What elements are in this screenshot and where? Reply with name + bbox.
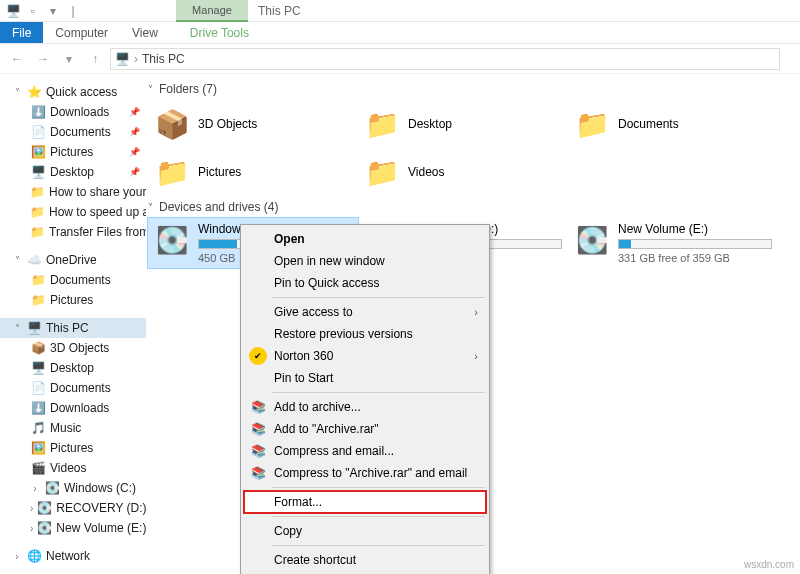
ctx-format[interactable]: Format... [244, 491, 486, 513]
pc-icon: 🖥️ [4, 2, 22, 20]
3d-icon: 📦 [154, 106, 190, 142]
nav-back-button[interactable]: ← [6, 48, 28, 70]
separator [272, 487, 485, 488]
3d-icon: 📦 [30, 340, 46, 356]
navitem-documents[interactable]: 📄Documents📌 [0, 122, 146, 142]
pc-icon: 🖥️ [115, 52, 130, 66]
navitem-drive-c[interactable]: ›💽Windows (C:) [0, 478, 146, 498]
ctx-create-shortcut[interactable]: Create shortcut [244, 549, 486, 571]
folder-3d-objects[interactable]: 📦3D Objects [148, 100, 358, 148]
ctx-copy[interactable]: Copy [244, 520, 486, 542]
ctx-add-archive[interactable]: 📚Add to archive... [244, 396, 486, 418]
folder-icon: 📁 [30, 184, 45, 200]
ctx-pin-quick-access[interactable]: Pin to Quick access [244, 272, 486, 294]
chevron-right-icon: › [474, 350, 478, 362]
folder-icon: 📁 [30, 224, 45, 240]
ribbon-tabs: File Computer View Drive Tools [0, 22, 800, 44]
qat-dropdown-icon[interactable]: ▾ [44, 2, 62, 20]
navitem-pictures[interactable]: 🖼️Pictures📌 [0, 142, 146, 162]
desktop-icon: 🖥️ [30, 360, 46, 376]
navitem-od-documents[interactable]: 📁Documents [0, 270, 146, 290]
tab-file[interactable]: File [0, 22, 43, 43]
navitem-od-pictures[interactable]: 📁Pictures [0, 290, 146, 310]
ctx-open[interactable]: Open [244, 228, 486, 250]
navitem-folder[interactable]: 📁Transfer Files from A [0, 222, 146, 242]
navitem-pictures2[interactable]: 🖼️Pictures [0, 438, 146, 458]
navitem-drive-e[interactable]: ›💽New Volume (E:) [0, 518, 146, 538]
folder-pictures[interactable]: 📁Pictures [148, 148, 358, 196]
nav-history-dropdown[interactable]: ▾ [58, 48, 80, 70]
navitem-downloads[interactable]: ⬇️Downloads📌 [0, 102, 146, 122]
window-title: This PC [248, 4, 301, 18]
downloads-icon: ⬇️ [30, 104, 46, 120]
address-path[interactable]: 🖥️ › This PC [110, 48, 780, 70]
ctx-compress-rar-email[interactable]: 📚Compress to "Archive.rar" and email [244, 462, 486, 484]
titlebar: 🖥️ ▫ ▾ | Manage This PC [0, 0, 800, 22]
separator [272, 392, 485, 393]
address-bar: ← → ▾ ↑ 🖥️ › This PC [0, 44, 800, 74]
tab-view[interactable]: View [120, 22, 170, 43]
downloads-icon: ⬇️ [30, 400, 46, 416]
ctx-open-new-window[interactable]: Open in new window [244, 250, 486, 272]
folder-icon: 📁 [574, 106, 610, 142]
navitem-quick-access[interactable]: ˅⭐Quick access [0, 82, 146, 102]
drive-e[interactable]: 💽 New Volume (E:) 331 GB free of 359 GB [568, 218, 778, 268]
nav-up-button[interactable]: ↑ [84, 48, 106, 70]
navitem-desktop[interactable]: 🖥️Desktop📌 [0, 162, 146, 182]
norton-icon: ✔ [249, 347, 267, 365]
ctx-norton[interactable]: ✔Norton 360› [244, 345, 486, 367]
navitem-folder[interactable]: 📁How to share your li [0, 182, 146, 202]
ctx-restore-previous[interactable]: Restore previous versions [244, 323, 486, 345]
tab-drive-tools[interactable]: Drive Tools [178, 22, 261, 43]
documents-icon: 📄 [30, 124, 46, 140]
documents-icon: 📄 [30, 380, 46, 396]
navitem-documents2[interactable]: 📄Documents [0, 378, 146, 398]
navitem-videos[interactable]: 🎬Videos [0, 458, 146, 478]
pin-icon: 📌 [129, 107, 140, 117]
ctx-compress-email[interactable]: 📚Compress and email... [244, 440, 486, 462]
chevron-down-icon: ˅ [148, 202, 153, 213]
tab-computer[interactable]: Computer [43, 22, 120, 43]
winrar-icon: 📚 [249, 464, 267, 482]
ctx-give-access-to[interactable]: Give access to› [244, 301, 486, 323]
navitem-folder[interactable]: 📁How to speed up a [0, 202, 146, 222]
qat-item-icon[interactable]: ▫ [24, 2, 42, 20]
folder-icon: 📁 [364, 154, 400, 190]
ctx-add-rar[interactable]: 📚Add to "Archive.rar" [244, 418, 486, 440]
folder-icon: 📁 [30, 204, 45, 220]
navitem-onedrive[interactable]: ˅☁️OneDrive [0, 250, 146, 270]
folder-documents[interactable]: 📁Documents [568, 100, 778, 148]
navigation-pane: ˅⭐Quick access ⬇️Downloads📌 📄Documents📌 … [0, 74, 146, 574]
separator [272, 297, 485, 298]
group-header-folders[interactable]: ˅Folders (7) [146, 78, 800, 100]
chevron-right-icon: › [474, 306, 478, 318]
folder-icon: 📁 [364, 106, 400, 142]
winrar-icon: 📚 [249, 420, 267, 438]
navitem-desktop2[interactable]: 🖥️Desktop [0, 358, 146, 378]
desktop-icon: 🖥️ [30, 164, 46, 180]
winrar-icon: 📚 [249, 398, 267, 416]
manage-tab[interactable]: Manage [176, 0, 248, 22]
folder-desktop[interactable]: 📁Desktop [358, 100, 568, 148]
pin-icon: 📌 [129, 127, 140, 137]
drive-icon: 💽 [44, 480, 60, 496]
nav-forward-button[interactable]: → [32, 48, 54, 70]
navitem-drive-d[interactable]: ›💽RECOVERY (D:) [0, 498, 146, 518]
ctx-pin-start[interactable]: Pin to Start [244, 367, 486, 389]
folder-icon: 📁 [154, 154, 190, 190]
chevron-right-icon: › [134, 52, 138, 66]
navitem-downloads2[interactable]: ⬇️Downloads [0, 398, 146, 418]
navitem-network[interactable]: ›🌐Network [0, 546, 146, 566]
drive-free: 331 GB free of 359 GB [618, 252, 772, 264]
group-header-drives[interactable]: ˅Devices and drives (4) [146, 196, 800, 218]
navitem-3d-objects[interactable]: 📦3D Objects [0, 338, 146, 358]
drive-name: New Volume (E:) [618, 222, 772, 236]
drive-usage-bar [618, 239, 772, 249]
qat-separator: | [64, 2, 82, 20]
context-menu: Open Open in new window Pin to Quick acc… [240, 224, 490, 574]
folder-videos[interactable]: 📁Videos [358, 148, 568, 196]
navitem-music[interactable]: 🎵Music [0, 418, 146, 438]
music-icon: 🎵 [30, 420, 46, 436]
videos-icon: 🎬 [30, 460, 46, 476]
navitem-this-pc[interactable]: ˅🖥️This PC [0, 318, 146, 338]
